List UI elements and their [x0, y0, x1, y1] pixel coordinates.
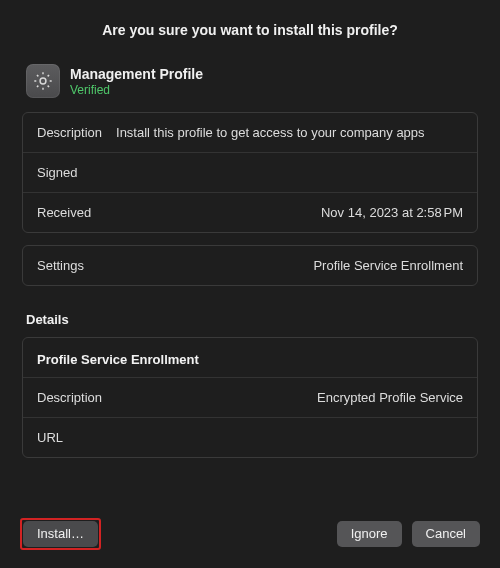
install-button[interactable]: Install… [23, 521, 98, 547]
settings-value: Profile Service Enrollment [98, 258, 463, 273]
dialog-header: Are you sure you want to install this pr… [0, 0, 500, 56]
description-label: Description [37, 125, 102, 140]
info-row-received: Received Nov 14, 2023 at 2:58 PM [23, 192, 477, 232]
info-panel: Description Install this profile to get … [22, 112, 478, 233]
install-profile-dialog: Are you sure you want to install this pr… [0, 0, 500, 568]
ignore-button[interactable]: Ignore [337, 521, 402, 547]
description-value: Install this profile to get access to yo… [116, 125, 463, 140]
svg-point-0 [40, 78, 46, 84]
cancel-button[interactable]: Cancel [412, 521, 480, 547]
details-panel: Profile Service Enrollment Description E… [22, 337, 478, 458]
details-row-url: URL [23, 417, 477, 457]
settings-row: Settings Profile Service Enrollment [23, 246, 477, 285]
dialog-content: Management Profile Verified Description … [0, 56, 500, 504]
received-label: Received [37, 205, 91, 220]
dialog-footer: Install… Ignore Cancel [0, 504, 500, 568]
profile-name: Management Profile [70, 66, 203, 82]
details-header: Details [22, 298, 478, 337]
info-row-description: Description Install this profile to get … [23, 113, 477, 152]
details-row-description: Description Encrypted Profile Service [23, 377, 477, 417]
settings-panel: Settings Profile Service Enrollment [22, 245, 478, 286]
signed-label: Signed [37, 165, 77, 180]
profile-status: Verified [70, 83, 203, 97]
details-url-label: URL [37, 430, 63, 445]
profile-header: Management Profile Verified [22, 56, 478, 112]
profile-titles: Management Profile Verified [70, 66, 203, 97]
settings-label: Settings [37, 258, 84, 273]
received-value: Nov 14, 2023 at 2:58 PM [105, 205, 463, 220]
gear-icon [26, 64, 60, 98]
info-row-signed: Signed [23, 152, 477, 192]
install-highlight: Install… [20, 518, 101, 550]
details-group-title: Profile Service Enrollment [23, 338, 477, 377]
details-description-label: Description [37, 390, 102, 405]
dialog-title: Are you sure you want to install this pr… [20, 22, 480, 38]
details-description-value: Encrypted Profile Service [116, 390, 463, 405]
